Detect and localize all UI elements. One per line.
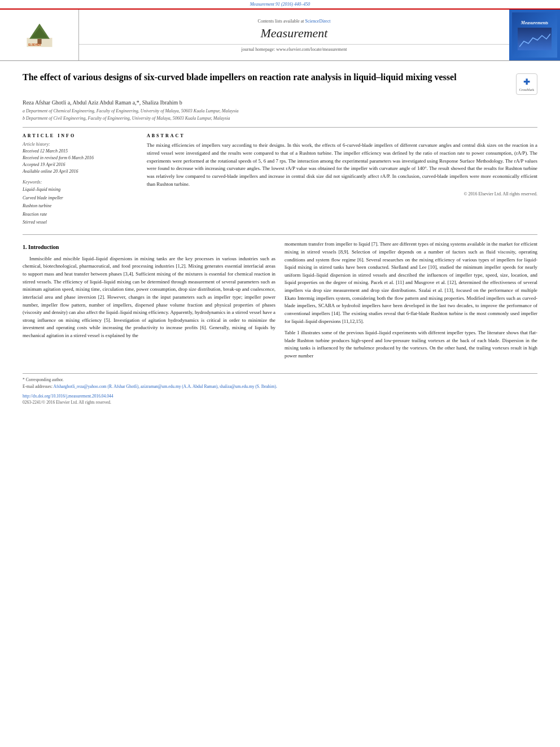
body-columns: 1. Introduction Immiscible and miscible … (23, 241, 537, 364)
thumb-content: Measurements (512, 12, 557, 58)
keywords-label: Keywords: (23, 180, 135, 185)
keyword-item: Reaction rate (23, 211, 135, 219)
authors-text: Reza Afshar Ghotli a, Abdul Aziz Abdul R… (23, 99, 182, 106)
contents-text: Contents lists available at (258, 19, 304, 24)
abstract-text: The mixing efficiencies of impellers var… (147, 142, 537, 188)
keyword-item: Curved blade impeller (23, 194, 135, 202)
crossmark-label: CrossMark (519, 88, 535, 91)
email-links[interactable]: Afsharghotli_reza@yahoo.com (R. Afshar G… (54, 384, 277, 389)
crossmark-badge[interactable]: ✚ CrossMark (516, 73, 537, 95)
abstract-title: ABSTRACT (147, 133, 537, 138)
body-divider (23, 234, 537, 235)
journal-title: Measurement (261, 26, 328, 41)
left-column: 1. Introduction Immiscible and miscible … (23, 241, 275, 364)
affiliation-b: b Department of Civil Engineering, Facul… (23, 115, 537, 121)
available-date: Available online 20 April 2016 (23, 168, 135, 175)
authors-line: Reza Afshar Ghotli a, Abdul Aziz Abdul R… (23, 99, 537, 106)
homepage-text: journal homepage: www.elsevier.com/locat… (242, 47, 347, 52)
crossmark-logo-icon: ✚ (523, 77, 530, 87)
corresponding-note: * Corresponding author. (23, 377, 537, 382)
page: Measurement 91 (2016) 440–450 ELSEVIER C… (0, 0, 560, 747)
keywords-list: Liquid–liquid mixingCurved blade impelle… (23, 186, 135, 226)
article-info-title: ARTICLE INFO (23, 133, 135, 138)
keyword-item: Stirred vessel (23, 219, 135, 226)
info-abstract-section: ARTICLE INFO Article history: Received 1… (23, 133, 537, 226)
history-label: Article history: (23, 142, 135, 147)
email-note: E-mail addresses: Afsharghotli_reza@yaho… (23, 384, 537, 389)
journal-header: ELSEVIER Contents lists available at Sci… (0, 8, 560, 61)
section1-para-right2: Table 1 illustrates some of the previous… (285, 329, 537, 360)
issn-copyright: 0263-2241/© 2016 Elsevier Ltd. All right… (23, 400, 537, 405)
svg-rect-3 (37, 38, 41, 43)
footnote-area: * Corresponding author. E-mail addresses… (23, 373, 537, 405)
abstract-panel: ABSTRACT The mixing efficiencies of impe… (147, 133, 537, 226)
doi-anchor[interactable]: http://dx.doi.org/10.1016/j.measurement.… (23, 394, 113, 399)
top-citation: Measurement 91 (2016) 440–450 (0, 0, 560, 8)
citation-text: Measurement 91 (2016) 440–450 (250, 2, 310, 7)
main-content: The effect of various designs of six-cur… (0, 61, 560, 415)
keywords-section: Keywords: Liquid–liquid mixingCurved bla… (23, 180, 135, 226)
elsevier-logo-box: ELSEVIER (0, 10, 79, 60)
elsevier-tree-icon: ELSEVIER (23, 23, 56, 48)
right-column: momentum transfer from impeller to liqui… (285, 241, 537, 364)
doi-link[interactable]: http://dx.doi.org/10.1016/j.measurement.… (23, 394, 537, 399)
copyright-text: © 2016 Elsevier Ltd. All rights reserved… (147, 191, 537, 196)
keyword-item: Liquid–liquid mixing (23, 186, 135, 194)
accepted-date: Accepted 19 April 2016 (23, 161, 135, 168)
sciencedirect-line: Contents lists available at ScienceDirec… (258, 19, 331, 24)
keyword-item: Rushton turbine (23, 202, 135, 210)
article-info-panel: ARTICLE INFO Article history: Received 1… (23, 133, 135, 226)
received-date: Received 12 March 2015 (23, 148, 135, 155)
email-label: E-mail addresses: (23, 384, 53, 389)
journal-homepage: journal homepage: www.elsevier.com/locat… (79, 44, 509, 52)
journal-center: Contents lists available at ScienceDirec… (79, 10, 509, 60)
article-divider (23, 127, 537, 128)
svg-text:ELSEVIER: ELSEVIER (28, 43, 41, 46)
section1-heading: 1. Introduction (23, 243, 275, 252)
section1-para1: Immiscible and miscible liquid–liquid di… (23, 255, 275, 340)
revised-date: Received in revised form 6 March 2016 (23, 155, 135, 161)
article-title: The effect of various designs of six-cur… (23, 71, 510, 84)
sciencedirect-link[interactable]: ScienceDirect (305, 19, 331, 24)
affiliation-a: a Department of Chemical Engineering, Fa… (23, 108, 537, 114)
journal-thumbnail: Measurements (509, 10, 560, 60)
section1-para-right1: momentum transfer from impeller to liqui… (285, 241, 537, 325)
